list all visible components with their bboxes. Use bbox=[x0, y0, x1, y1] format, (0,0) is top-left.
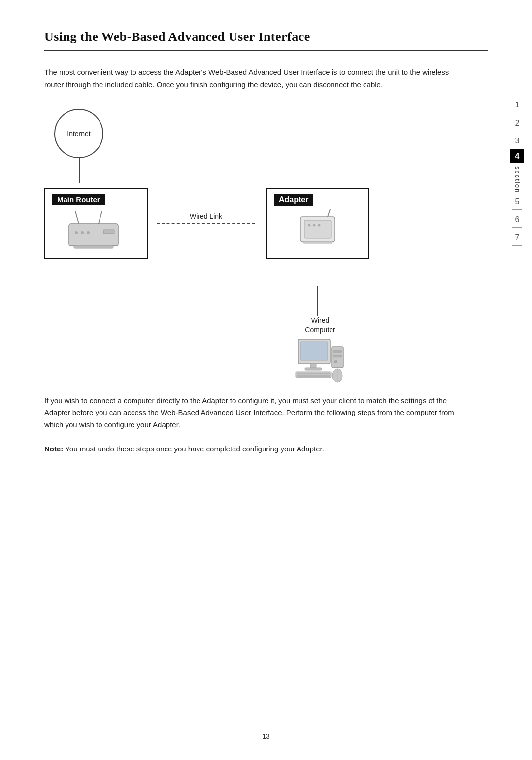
sidebar-item-7: 7 bbox=[512, 231, 522, 247]
svg-point-12 bbox=[313, 224, 316, 226]
section-num-7: 7 bbox=[515, 231, 520, 244]
page-number: 13 bbox=[262, 732, 270, 740]
sidebar-item-3: 3 bbox=[515, 135, 520, 147]
svg-line-9 bbox=[328, 209, 330, 217]
wired-computer-text: WiredComputer bbox=[305, 316, 335, 334]
svg-line-2 bbox=[99, 211, 102, 224]
svg-point-5 bbox=[87, 231, 90, 234]
sidebar-divider-5 bbox=[512, 209, 522, 210]
wired-computer-label: WiredComputer bbox=[305, 316, 335, 335]
svg-rect-17 bbox=[310, 364, 316, 368]
note-label: Note: bbox=[44, 445, 63, 453]
computer-icon bbox=[293, 338, 347, 385]
main-router-box: Main Router bbox=[44, 188, 148, 259]
sidebar-divider-2 bbox=[512, 131, 522, 131]
sidebar-item-2: 2 bbox=[512, 117, 522, 133]
sidebar-divider-7 bbox=[512, 245, 522, 246]
dashed-line bbox=[157, 223, 255, 224]
svg-line-1 bbox=[75, 211, 79, 224]
sidebar-divider-6 bbox=[512, 227, 522, 228]
wired-link-label: Wired Link bbox=[190, 212, 222, 220]
internet-circle: Internet bbox=[54, 109, 103, 158]
diagram-container: Internet Main Router bbox=[44, 109, 448, 375]
svg-rect-16 bbox=[300, 342, 328, 360]
internet-to-router-line bbox=[79, 158, 80, 183]
svg-rect-25 bbox=[297, 375, 330, 377]
adapter-icon bbox=[291, 209, 345, 251]
wired-computer-area: WiredComputer bbox=[293, 316, 347, 385]
svg-rect-21 bbox=[333, 355, 342, 357]
page-content: Using the Web-Based Advanced User Interf… bbox=[0, 0, 532, 760]
sidebar: 1 2 3 4 section 5 6 7 bbox=[502, 0, 532, 760]
body-paragraph: If you wish to connect a computer direct… bbox=[44, 395, 468, 431]
sidebar-item-1: 1 bbox=[512, 99, 522, 115]
internet-label: Internet bbox=[67, 130, 90, 138]
svg-point-3 bbox=[75, 231, 78, 234]
sidebar-divider-1 bbox=[512, 113, 522, 113]
main-router-label: Main Router bbox=[52, 194, 105, 205]
svg-rect-18 bbox=[305, 368, 322, 370]
section-num-1: 1 bbox=[515, 99, 520, 111]
svg-rect-24 bbox=[297, 373, 330, 374]
sidebar-item-5: 5 bbox=[512, 195, 522, 211]
svg-rect-20 bbox=[333, 350, 342, 353]
svg-point-22 bbox=[334, 360, 337, 363]
adapter-label: Adapter bbox=[274, 194, 313, 206]
svg-rect-6 bbox=[74, 245, 113, 248]
intro-paragraph: The most convenient way to access the Ad… bbox=[44, 67, 468, 91]
adapter-to-computer-line bbox=[317, 286, 318, 316]
router-icon bbox=[62, 209, 131, 251]
wired-link-area: Wired Link bbox=[152, 212, 260, 224]
note-content: You must undo these steps once you have … bbox=[63, 445, 324, 453]
section-num-2: 2 bbox=[515, 117, 520, 130]
section-num-5: 5 bbox=[515, 195, 520, 208]
note-paragraph: Note: You must undo these steps once you… bbox=[44, 443, 468, 455]
sidebar-item-4: 4 section bbox=[510, 149, 524, 193]
section-num-6: 6 bbox=[515, 213, 520, 226]
section-num-3: 3 bbox=[515, 135, 520, 147]
svg-rect-0 bbox=[69, 224, 118, 246]
svg-rect-10 bbox=[304, 220, 331, 238]
svg-point-11 bbox=[308, 224, 311, 226]
section-num-4: 4 bbox=[510, 149, 524, 163]
svg-rect-14 bbox=[303, 241, 332, 243]
title-divider bbox=[44, 50, 488, 51]
svg-point-4 bbox=[81, 231, 84, 234]
sidebar-item-6: 6 bbox=[512, 213, 522, 230]
page-title: Using the Web-Based Advanced User Interf… bbox=[44, 30, 488, 44]
svg-rect-23 bbox=[296, 372, 331, 378]
adapter-box: Adapter bbox=[266, 188, 369, 259]
section-label: section bbox=[514, 166, 521, 193]
svg-point-13 bbox=[318, 224, 321, 226]
svg-rect-7 bbox=[103, 230, 114, 234]
